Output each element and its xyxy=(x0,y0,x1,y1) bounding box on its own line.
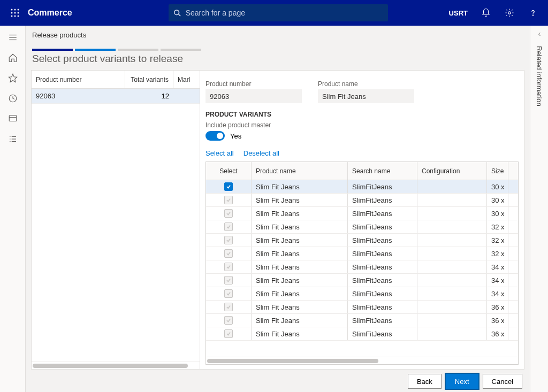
cell-configuration xyxy=(417,247,487,260)
search-icon xyxy=(169,9,186,17)
cell-size: 30 x xyxy=(487,207,508,220)
cell-product-name: Slim Fit Jeans xyxy=(252,314,348,327)
variant-row[interactable]: Slim Fit JeansSlimFitJeans36 x xyxy=(206,314,518,327)
collapse-right-icon[interactable] xyxy=(530,26,548,43)
cell-size: 32 x xyxy=(487,220,508,233)
svg-point-1 xyxy=(14,9,16,11)
col-total-variants[interactable]: Total variants xyxy=(125,71,173,88)
svg-point-12 xyxy=(532,15,533,16)
col-select[interactable]: Select xyxy=(206,162,252,180)
recent-icon[interactable] xyxy=(1,89,25,108)
cell-configuration xyxy=(417,260,487,273)
product-number-field[interactable] xyxy=(206,89,302,103)
row-checkbox[interactable] xyxy=(224,236,233,244)
hamburger-icon[interactable] xyxy=(1,28,25,47)
cell-search-name: SlimFitJeans xyxy=(348,301,417,313)
deselect-all-link[interactable]: Deselect all xyxy=(243,149,279,157)
cell-size: 30 x xyxy=(487,180,508,193)
cell-search-name: SlimFitJeans xyxy=(348,287,417,300)
company-label[interactable]: USRT xyxy=(444,9,473,17)
toggle-label: Include product master xyxy=(206,121,519,129)
variant-row[interactable]: Slim Fit JeansSlimFitJeans36 x xyxy=(206,327,518,341)
cell-product-name: Slim Fit Jeans xyxy=(252,234,348,247)
search-input[interactable] xyxy=(186,9,388,17)
search-box[interactable] xyxy=(169,4,388,21)
workspace-icon[interactable] xyxy=(1,109,25,128)
cell-search-name: SlimFitJeans xyxy=(348,194,417,206)
variant-row[interactable]: Slim Fit JeansSlimFitJeans32 x xyxy=(206,247,518,260)
col-product-number[interactable]: Product number xyxy=(32,71,125,88)
master-row[interactable]: 9206312 xyxy=(32,89,200,104)
cell-product-name: Slim Fit Jeans xyxy=(252,287,348,300)
col-marked[interactable]: Marl xyxy=(173,71,200,88)
cell-product-name: Slim Fit Jeans xyxy=(252,220,348,233)
cell-size: 32 x xyxy=(487,247,508,260)
cell-product-name: Slim Fit Jeans xyxy=(252,301,348,313)
variant-row[interactable]: Slim Fit JeansSlimFitJeans30 x xyxy=(206,194,518,207)
cell-product-name: Slim Fit Jeans xyxy=(252,180,348,193)
star-icon[interactable] xyxy=(1,68,25,88)
row-checkbox[interactable] xyxy=(224,303,233,311)
variant-row[interactable]: Slim Fit JeansSlimFitJeans30 x xyxy=(206,180,518,194)
right-rail: Related information xyxy=(530,26,548,392)
select-all-link[interactable]: Select all xyxy=(206,149,234,157)
variant-row[interactable]: Slim Fit JeansSlimFitJeans32 x xyxy=(206,234,518,247)
col-search-name[interactable]: Search name xyxy=(348,162,417,180)
svg-point-11 xyxy=(508,12,511,14)
row-checkbox[interactable] xyxy=(224,316,233,325)
variant-row[interactable]: Slim Fit JeansSlimFitJeans34 x xyxy=(206,274,518,287)
col-size[interactable]: Size xyxy=(487,162,508,180)
svg-point-0 xyxy=(11,9,13,11)
cell-size: 30 x xyxy=(487,194,508,206)
gear-icon[interactable] xyxy=(499,0,520,26)
cell-size: 32 x xyxy=(487,234,508,247)
row-checkbox[interactable] xyxy=(224,209,233,218)
brand-label[interactable]: Commerce xyxy=(28,8,72,18)
left-rail xyxy=(0,26,26,392)
include-master-toggle[interactable] xyxy=(206,131,225,141)
cell-total-variants: 12 xyxy=(125,92,173,100)
col-variant-name[interactable]: Product name xyxy=(252,162,348,180)
cell-configuration xyxy=(417,234,487,247)
row-checkbox[interactable] xyxy=(224,182,233,191)
help-icon[interactable] xyxy=(522,0,544,26)
row-checkbox[interactable] xyxy=(224,276,233,285)
cell-product-name: Slim Fit Jeans xyxy=(252,327,348,340)
bell-icon[interactable] xyxy=(475,0,497,26)
master-grid: Product number Total variants Marl 92063… xyxy=(32,71,200,369)
cell-configuration xyxy=(417,301,487,313)
cell-configuration xyxy=(417,274,487,287)
svg-point-2 xyxy=(18,9,19,11)
row-checkbox[interactable] xyxy=(224,329,233,338)
product-number-label: Product number xyxy=(206,80,302,88)
variant-row[interactable]: Slim Fit JeansSlimFitJeans34 x xyxy=(206,260,518,274)
row-checkbox[interactable] xyxy=(224,263,233,271)
cell-search-name: SlimFitJeans xyxy=(348,180,417,193)
back-button[interactable]: Back xyxy=(408,374,442,389)
svg-point-3 xyxy=(11,12,13,14)
variant-row[interactable]: Slim Fit JeansSlimFitJeans34 x xyxy=(206,287,518,301)
row-checkbox[interactable] xyxy=(224,289,233,298)
product-name-field[interactable] xyxy=(318,89,414,103)
cell-search-name: SlimFitJeans xyxy=(348,234,417,247)
home-icon[interactable] xyxy=(1,48,25,67)
row-checkbox[interactable] xyxy=(224,249,233,258)
cell-product-name: Slim Fit Jeans xyxy=(252,207,348,220)
modules-icon[interactable] xyxy=(1,129,25,149)
variant-row[interactable]: Slim Fit JeansSlimFitJeans32 x xyxy=(206,220,518,234)
related-info-label[interactable]: Related information xyxy=(535,46,543,106)
row-checkbox[interactable] xyxy=(224,196,233,204)
master-scrollbar[interactable] xyxy=(32,362,200,369)
col-configuration[interactable]: Configuration xyxy=(417,162,487,180)
cancel-button[interactable]: Cancel xyxy=(483,374,522,389)
content-card: Product number Total variants Marl 92063… xyxy=(31,70,524,370)
variant-row[interactable]: Slim Fit JeansSlimFitJeans36 x xyxy=(206,301,518,314)
wizard-progress xyxy=(32,49,530,51)
row-checkbox[interactable] xyxy=(224,222,233,231)
next-button[interactable]: Next xyxy=(446,374,478,389)
grid-scrollbar[interactable] xyxy=(206,357,518,364)
app-launcher-icon[interactable] xyxy=(4,0,26,26)
variant-row[interactable]: Slim Fit JeansSlimFitJeans30 x xyxy=(206,207,518,220)
main-content: Release products Select product variants… xyxy=(26,26,530,392)
cell-size: 34 x xyxy=(487,274,508,287)
